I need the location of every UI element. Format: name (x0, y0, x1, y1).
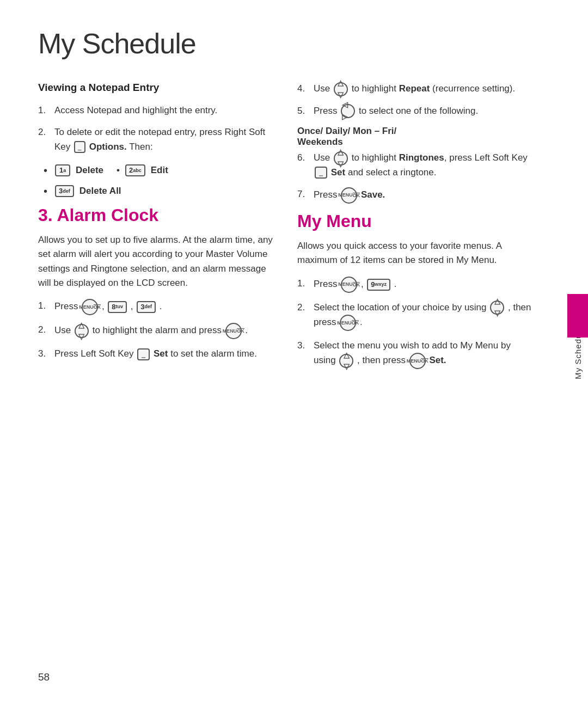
list-item: 1. Press MENUOK , 8tuv , 3def . (38, 299, 275, 315)
list-text: Use △▽ to highlight Repeat (recurrence s… (314, 82, 535, 96)
delete-label: Delete (76, 163, 103, 177)
list-item: 3. Select the menu you wish to add to My… (297, 339, 535, 369)
page-number: 58 (38, 671, 50, 683)
list-number: 6. (297, 151, 310, 180)
list-text: Select the location of your choice by us… (314, 301, 535, 332)
nav-up-down-icon: △▽ (75, 324, 89, 338)
alarm-clock-body: Allows you to set up to five alarms. At … (38, 233, 275, 290)
set-label3: Set. (429, 355, 446, 366)
list-item: 1. Press MENUOK , 9wxyz . (297, 277, 535, 293)
list-number: 3. (38, 347, 51, 361)
key-icon-1: 1a (55, 164, 70, 176)
list-number: 1. (297, 277, 310, 293)
list-number: 1. (38, 299, 51, 315)
ok-icon-mm3: MENUOK (409, 353, 426, 369)
options-label: Options. (89, 142, 127, 152)
menu-ok-icon: MENUOK (82, 299, 98, 315)
nav-lr-icon: ◁ ▷ (341, 104, 355, 118)
list-text: Press Left Soft Key ⎯ Set to set the ala… (54, 347, 275, 361)
list-item: 2. Select the location of your choice by… (297, 301, 535, 332)
list-item: 4. Use △▽ to highlight Repeat (recurrenc… (297, 82, 535, 96)
alarm-clock-heading: 3. Alarm Clock (38, 205, 275, 225)
page-container: My Schedule Viewing a Notepad Entry 1. A… (0, 0, 588, 705)
main-content: My Schedule Viewing a Notepad Entry 1. A… (0, 0, 567, 705)
list-text: Press MENUOK Save. (314, 187, 535, 204)
bullet-dot: • (44, 182, 47, 200)
list-number: 2. (297, 301, 310, 332)
repeat-label: Repeat (399, 83, 430, 94)
key-icon-2: 2abc (125, 164, 145, 176)
list-item: 7. Press MENUOK Save. (297, 187, 535, 204)
bullet-dot: • (44, 162, 47, 179)
two-column-layout: Viewing a Notepad Entry 1. Access Notepa… (38, 82, 535, 377)
list-text: To delete or edit the notepad entry, pre… (54, 125, 275, 154)
key-3def: 3def (137, 301, 156, 313)
recurrence-subheading: Once/ Daily/ Mon – Fri/Weekends (297, 126, 535, 148)
list-number: 2. (38, 323, 51, 339)
list-text: Use △▽ to highlight the alarm and press … (54, 323, 275, 339)
list-number: 2. (38, 125, 51, 154)
delete-all-label: Delete All (79, 183, 121, 198)
set-softkey-icon2: ⎯ (315, 167, 327, 179)
list-number: 1. (38, 103, 51, 118)
list-text: Select the menu you wish to add to My Me… (314, 339, 535, 369)
menu-ok-icon2: MENUOK (225, 323, 242, 339)
list-item: 3. Press Left Soft Key ⎯ Set to set the … (38, 347, 275, 361)
list-item: 2. Use △▽ to highlight the alarm and pre… (38, 323, 275, 339)
list-number: 5. (297, 104, 310, 119)
bullet-item: • 1a Delete • 2abc Edit (44, 162, 275, 179)
nav-icon-6: △▽ (334, 151, 348, 165)
key-9wxyz: 9wxyz (367, 279, 390, 291)
list-item: 1. Access Notepad and highlight the entr… (38, 103, 275, 118)
list-text: Press ◁ ▷ to select one of the following… (314, 104, 535, 119)
key-8tuv: 8tuv (108, 301, 127, 313)
right-column: 4. Use △▽ to highlight Repeat (recurrenc… (297, 82, 535, 377)
set-label: Set (154, 348, 168, 359)
side-tab: My Schedule (567, 0, 588, 705)
bullet-list: • 1a Delete • 2abc Edit • 3def Delete Al… (44, 162, 275, 200)
save-label: Save. (361, 189, 385, 200)
ok-icon-7: MENUOK (341, 187, 357, 204)
options-icon: ⎯ (74, 141, 85, 153)
key-icon-3: 3def (55, 185, 74, 197)
list-text: Press MENUOK , 8tuv , 3def . (54, 299, 275, 315)
edit-label: Edit (151, 163, 168, 177)
list-text: Press MENUOK , 9wxyz . (314, 277, 535, 293)
notepad-section-heading: Viewing a Notepad Entry (38, 82, 275, 94)
nav-icon-4: △▽ (334, 82, 348, 96)
list-text: Use △▽ to highlight Ringtones, press Lef… (314, 151, 535, 180)
list-number: 7. (297, 187, 310, 204)
nav-icon-mm2: △▽ (490, 301, 504, 315)
my-menu-body: Allows you quick access to your favorite… (297, 239, 535, 268)
list-number: 3. (297, 339, 310, 369)
list-item: 5. Press ◁ ▷ to select one of the follow… (297, 104, 535, 119)
ringtones-label: Ringtones (399, 152, 444, 163)
list-item: 6. Use △▽ to highlight Ringtones, press … (297, 151, 535, 180)
set-label2: Set (331, 167, 345, 177)
list-text: Access Notepad and highlight the entry. (54, 103, 275, 118)
side-tab-bar (567, 294, 588, 338)
nav-icon-mm3: △▽ (339, 354, 353, 368)
set-softkey-icon: ⎯ (137, 348, 150, 360)
ok-icon-mm2: MENUOK (340, 315, 356, 331)
ok-icon-mm1: MENUOK (341, 277, 357, 293)
page-title: My Schedule (38, 27, 535, 60)
list-item: 2. To delete or edit the notepad entry, … (38, 125, 275, 154)
spacer: • (117, 163, 120, 177)
bullet-item: • 3def Delete All (44, 182, 275, 200)
left-column: Viewing a Notepad Entry 1. Access Notepa… (38, 82, 275, 377)
my-menu-heading: My Menu (297, 211, 535, 231)
list-number: 4. (297, 82, 310, 96)
